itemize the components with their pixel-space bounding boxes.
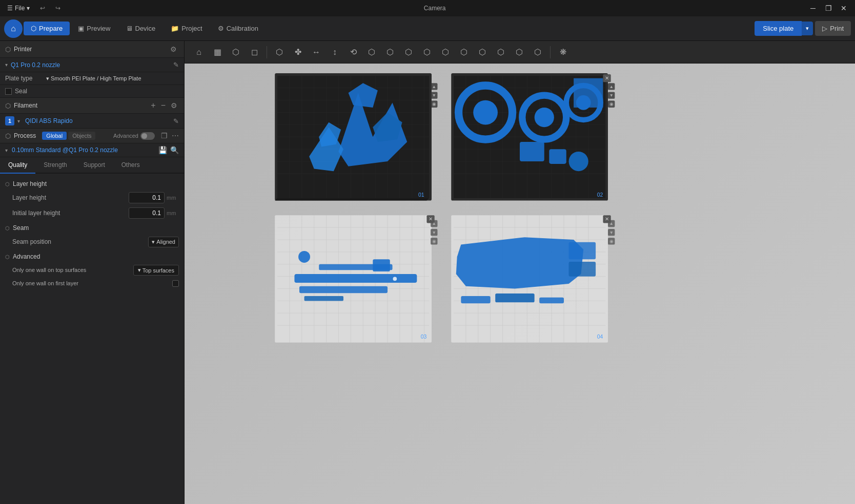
process-profile-row: ▾ 0.10mm Standard @Q1 Pro 0.2 nozzle 💾 🔍 <box>0 143 184 157</box>
search-profile-icon[interactable]: 🔍 <box>170 146 179 154</box>
redo-btn[interactable]: ↪ <box>52 4 64 13</box>
svg-text:▲: ▲ <box>609 221 614 226</box>
svg-text:◉: ◉ <box>609 101 614 107</box>
plate-03-sidebar-arrows: ▲ ▼ ◉ <box>431 220 437 245</box>
seam-position-dropdown[interactable]: ▾ Aligned <box>148 237 179 247</box>
view-ortho-btn[interactable]: ⬡ <box>228 44 244 60</box>
view-mode-final[interactable]: ❋ <box>555 44 571 60</box>
plate-type-dropdown[interactable]: ▾ Smooth PEI Plate / High Temp Plate <box>46 75 141 82</box>
view-mode-1[interactable]: ⬡ <box>271 44 288 60</box>
plate-02-wheel-2-hub <box>535 108 554 127</box>
layer-height-group-header[interactable]: ⬡ Layer height <box>0 178 184 190</box>
plate-02-close-icon: ✕ <box>605 75 609 81</box>
undo-btn[interactable]: ↩ <box>37 4 48 13</box>
viewport-canvas[interactable]: 01 <box>185 64 855 504</box>
file-menu[interactable]: ☰ File ▾ <box>4 4 33 13</box>
slice-plate-button[interactable]: Slice plate <box>755 21 802 36</box>
viewport-toolbar: ⌂ ▦ ⬡ ◻ ⬡ ✤ ↔ ↕ ⟲ ⬡ ⬡ ⬡ ⬡ ⬡ ⬡ ⬡ ⬡ ⬡ ⬡ ❋ <box>185 41 855 64</box>
view-mode-12[interactable]: ⬡ <box>474 44 491 60</box>
view-mode-8[interactable]: ⬡ <box>400 44 417 60</box>
tab-others[interactable]: Others <box>113 157 148 174</box>
tab-device[interactable]: 🖥 Device <box>119 22 163 35</box>
plate-03-part-2 <box>373 259 390 271</box>
tab-strength[interactable]: Strength <box>35 157 75 174</box>
printer-edit-icon[interactable]: ✎ <box>173 61 179 69</box>
plate-04-part-4 <box>569 242 596 259</box>
tab-preview[interactable]: ▣ Preview <box>71 22 117 35</box>
tab-prepare[interactable]: ⬡ Prepare <box>24 22 70 35</box>
profile-name[interactable]: 0.10mm Standard @Q1 Pro 0.2 nozzle <box>12 146 155 154</box>
view-mode-13[interactable]: ⬡ <box>493 44 509 60</box>
plate-04-part-2 <box>495 293 534 302</box>
tab-support[interactable]: Support <box>75 157 113 174</box>
filament-name[interactable]: QIDI ABS Rapido <box>25 117 170 124</box>
plate-04-part-5 <box>569 262 596 277</box>
close-btn[interactable]: ✕ <box>837 3 851 14</box>
process-more-icon[interactable]: ⋯ <box>172 132 179 140</box>
advanced-group-header[interactable]: ⬡ Advanced <box>0 250 184 263</box>
main-toolbar: ⌂ ⬡ Prepare ▣ Preview 🖥 Device 📁 Project… <box>0 16 855 41</box>
plate-03-part-1 <box>298 251 310 263</box>
print-arrow-icon: ▷ <box>822 25 827 32</box>
preview-label: Preview <box>87 25 110 32</box>
layer-height-expand-icon: ⬡ <box>5 181 10 187</box>
process-copy-icon[interactable]: ❐ <box>161 132 168 140</box>
layer-height-input[interactable] <box>129 192 165 203</box>
add-filament-button[interactable]: + <box>149 101 157 110</box>
view-home-btn[interactable]: ⌂ <box>191 44 207 60</box>
view-mode-5[interactable]: ⟲ <box>345 44 361 60</box>
slice-dropdown-button[interactable]: ▾ <box>802 22 813 35</box>
advanced-group-title: Advanced <box>13 253 40 260</box>
plate-01-front <box>275 198 429 201</box>
maximize-btn[interactable]: ❐ <box>821 3 836 14</box>
toggle-knob <box>141 133 147 139</box>
initial-layer-height-input[interactable] <box>129 207 165 219</box>
svg-text:▲: ▲ <box>432 221 437 226</box>
printer-name[interactable]: Q1 Pro 0.2 nozzle <box>11 61 170 69</box>
remove-filament-button[interactable]: − <box>159 101 167 110</box>
view-mode-4[interactable]: ↕ <box>327 44 343 60</box>
tab-project[interactable]: 📁 Project <box>164 22 209 35</box>
viewport[interactable]: ⌂ ▦ ⬡ ◻ ⬡ ✤ ↔ ↕ ⟲ ⬡ ⬡ ⬡ ⬡ ⬡ ⬡ ⬡ ⬡ ⬡ ⬡ ❋ <box>185 41 855 504</box>
plate-04-num: 04 <box>597 333 603 340</box>
plate-01-group: 01 <box>275 73 432 200</box>
print-label: Print <box>830 25 844 32</box>
plate-02-part-1 <box>520 142 544 161</box>
slice-section: Slice plate ▾ ▷ Print <box>755 21 851 36</box>
view-mode-3[interactable]: ↔ <box>308 44 324 60</box>
vt-sep-1 <box>267 46 267 58</box>
plate-02-wheel-1-hub <box>473 100 498 125</box>
filament-settings-button[interactable]: ⚙ <box>169 101 179 110</box>
view-mode-14[interactable]: ⬡ <box>511 44 527 60</box>
tab-home[interactable]: ⌂ <box>4 19 23 38</box>
tab-quality[interactable]: Quality <box>0 157 35 174</box>
proc-tab-global[interactable]: Global <box>42 132 67 140</box>
svg-text:◉: ◉ <box>432 101 436 107</box>
layer-height-row: Layer height mm <box>0 190 184 205</box>
view-mode-7[interactable]: ⬡ <box>382 44 398 60</box>
svg-text:▼: ▼ <box>609 230 614 235</box>
view-mode-9[interactable]: ⬡ <box>419 44 435 60</box>
printer-settings-icon[interactable]: ⚙ <box>168 44 179 54</box>
view-mode-11[interactable]: ⬡ <box>456 44 472 60</box>
one-wall-top-dropdown[interactable]: ▾ Top surfaces <box>133 265 179 276</box>
view-mode-6[interactable]: ⬡ <box>363 44 380 60</box>
proc-tab-objects[interactable]: Objects <box>68 132 95 140</box>
view-mode-10[interactable]: ⬡ <box>437 44 454 60</box>
minimize-btn[interactable]: ─ <box>806 3 820 14</box>
advanced-toggle-area: Advanced <box>113 132 155 140</box>
plate-02-part-3 <box>569 152 588 171</box>
seam-group-header[interactable]: ⬡ Seam <box>0 222 184 234</box>
plate-04-part-1 <box>461 296 490 303</box>
view-mode-2[interactable]: ✤ <box>290 44 306 60</box>
seal-checkbox[interactable] <box>5 88 12 95</box>
view-grid-btn[interactable]: ▦ <box>209 44 226 60</box>
advanced-toggle[interactable] <box>140 132 155 140</box>
save-profile-icon[interactable]: 💾 <box>158 146 167 154</box>
filament-edit-icon[interactable]: ✎ <box>173 117 179 125</box>
tab-calibration[interactable]: ⚙ Calibration <box>211 22 266 35</box>
view-persp-btn[interactable]: ◻ <box>246 44 262 60</box>
one-wall-first-checkbox[interactable] <box>172 280 179 287</box>
print-button[interactable]: ▷ Print <box>815 21 851 36</box>
view-mode-15[interactable]: ⬡ <box>530 44 546 60</box>
